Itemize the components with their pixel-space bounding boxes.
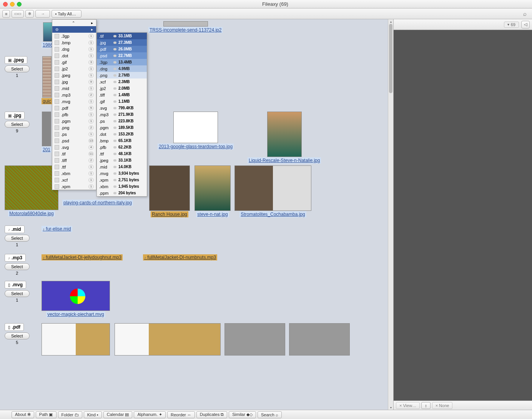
ext-menu-item[interactable]: .mid1 [52, 85, 96, 92]
file-grid-pane[interactable]: 1986 TRSS-incomplete-send-113724.jp2 ▣.j… [0, 19, 394, 410]
ext-menu-item[interactable]: .gif3 [52, 59, 96, 65]
ext-menu-item[interactable]: .psd13 [52, 137, 96, 144]
size-menu-item[interactable]: .dot153.2KB [97, 131, 147, 137]
thumbnail-image[interactable] [42, 323, 110, 356]
ext-menu-item[interactable]: .svg4 [52, 144, 96, 150]
scrollbar-thumb[interactable] [389, 24, 392, 93]
size-menu-item[interactable]: .xcf2.3MB [97, 78, 147, 85]
thumbnail-image[interactable] [195, 165, 231, 211]
none-button[interactable]: × None [432, 402, 453, 409]
settings-button[interactable]: ✻ [25, 10, 34, 18]
dropdown-selected-row[interactable]: ⊝▸ [52, 26, 96, 33]
thumbnail-image[interactable] [267, 112, 302, 157]
thumbnail-caption[interactable]: ♪ fullMetalJacket-DI-jellydoughnut.mp3 [42, 254, 123, 260]
ext-menu-item[interactable]: .pdf5 [52, 105, 96, 111]
size-menu-item[interactable]: .pgm189.5KB [97, 124, 147, 131]
thumbnail-caption[interactable]: ♪ fur-elise.mid [42, 226, 72, 232]
thumbnail-caption[interactable]: playing-cards-of-northern-italy.jpg [62, 200, 133, 206]
search-icon[interactable]: ⌕ [523, 10, 527, 17]
tally-all-button[interactable]: • Tally All… [52, 10, 81, 18]
thumbnail-caption[interactable]: Ranch House.jpg [151, 211, 188, 217]
menu-button[interactable]: ≡ [2, 10, 10, 18]
dropdown-collapse-row[interactable]: ⌃▸ [52, 20, 96, 26]
thumbnail-image[interactable] [234, 165, 311, 211]
select-button-mid[interactable]: Select [5, 235, 30, 242]
size-menu-item[interactable]: .jpg27.3MB [97, 39, 147, 46]
ext-menu-item[interactable]: .tif11 [52, 150, 96, 157]
ext-menu-item[interactable]: .xbm1 [52, 170, 96, 177]
thumbnail-image[interactable] [173, 112, 218, 143]
vertical-scrollbar[interactable]: ▴ ▾ [388, 19, 393, 410]
forward-button[interactable]: → [35, 10, 50, 18]
ext-menu-item[interactable]: .jp21 [52, 65, 96, 72]
thumbnail-image[interactable] [224, 323, 285, 356]
thumbnail-caption[interactable]: steve-n-nat.jpg [196, 211, 229, 217]
thumbnail-caption[interactable]: 201 [42, 147, 52, 153]
ext-menu-item[interactable]: .xpm1 [52, 183, 96, 190]
size-menu-item[interactable]: .ps223.8KB [97, 118, 147, 124]
thumbnail-image[interactable] [42, 112, 51, 146]
about-button[interactable]: About ✻ [12, 411, 34, 418]
thumbnail-image[interactable] [115, 323, 221, 356]
ext-menu-item[interactable]: .pgm1 [52, 118, 96, 124]
path-button[interactable]: Path ▣ [36, 411, 57, 418]
duplicates-button[interactable]: Duplicates ⧉ [196, 411, 227, 418]
size-dropdown[interactable]: .tif33.1MB.jpg27.3MB.pdf26.0MB.psd22.7MB… [96, 32, 147, 197]
size-menu-item[interactable]: .png2.7MB [97, 72, 147, 78]
sort-toggle-button[interactable]: ↕ [421, 402, 431, 409]
preview-pane[interactable] [394, 30, 532, 401]
thumbnail-caption[interactable]: Stromatolites_Cochabamba.jpg [239, 211, 306, 217]
thumbnail-caption[interactable]: quic [42, 98, 52, 104]
size-menu-item[interactable]: .ttf48.1KB [97, 150, 147, 157]
size-menu-item[interactable]: .svg799.4KB [97, 105, 147, 111]
thumbnail-image[interactable] [289, 323, 350, 356]
size-menu-item[interactable]: .pdf26.0MB [97, 46, 147, 52]
kind-button[interactable]: Kind • [84, 411, 102, 418]
calendar-button[interactable]: Calendar ▤ [103, 411, 133, 418]
ext-menu-item[interactable]: .dot1 [52, 52, 96, 59]
extension-dropdown[interactable]: ⌃▸ ⊝▸ .3gp1.bmp1.dng1.dot1.gif3.jp21.jpe… [52, 19, 96, 190]
size-menu-item[interactable]: .jp22.0MB [97, 85, 147, 92]
ext-menu-item[interactable]: .ttf1 [52, 164, 96, 170]
ext-menu-item[interactable]: .bmp1 [52, 39, 96, 46]
scroll-up-arrow[interactable]: ▴ [388, 19, 393, 24]
ext-menu-item[interactable]: .jpg9 [52, 78, 96, 85]
ext-menu-item[interactable]: .mvg1 [52, 98, 96, 105]
thumbnail-caption[interactable]: vector-magick-piechart.mvg [46, 311, 105, 317]
size-menu-item[interactable]: .dng4.9MB [97, 65, 147, 72]
size-menu-item[interactable]: .psd22.7MB [97, 52, 147, 59]
size-menu-item[interactable]: .gif1.1MB [97, 98, 147, 105]
size-menu-item[interactable]: .3gp13.4MB [97, 59, 147, 65]
similar-button[interactable]: Similar ◆◇ [229, 411, 256, 418]
size-menu-item[interactable]: .mid14.0KB [97, 164, 147, 170]
thumbnail-caption[interactable]: 2013-google-glass-teardown-top.jpg [158, 144, 234, 150]
back-button[interactable]: ◁ [521, 21, 530, 28]
ext-menu-item[interactable]: .png2 [52, 124, 96, 131]
size-menu-item[interactable]: .ppm204 bytes [97, 190, 147, 196]
size-menu-item[interactable]: .pfb62.2KB [97, 144, 147, 150]
search-button[interactable]: Search ⌕ [258, 411, 282, 418]
select-button-jpg[interactable]: Select [5, 121, 30, 128]
thumbnail-image[interactable] [163, 21, 208, 27]
ext-menu-item[interactable]: .pfb1 [52, 111, 96, 118]
scroll-down-arrow[interactable]: ▾ [388, 405, 393, 410]
close-window-button[interactable] [3, 2, 8, 7]
zoom-window-button[interactable] [17, 2, 22, 7]
reorder-button[interactable]: Reorder ↔ [167, 411, 195, 418]
select-button-jpeg[interactable]: Select [5, 65, 30, 72]
size-menu-item[interactable]: .bmp65.1KB [97, 137, 147, 144]
ext-menu-item[interactable]: .dng1 [52, 46, 96, 52]
thumbnail-caption[interactable]: ♪ fullMetalJacket-DI-numbnuts.mp3 [143, 254, 217, 260]
layout-button[interactable]: ▭▭ [12, 10, 24, 18]
size-menu-item[interactable]: .tiff1.4MB [97, 92, 147, 98]
size-menu-item[interactable]: .tif33.1MB [97, 33, 147, 39]
select-button-mvg[interactable]: Select [5, 290, 30, 297]
ext-menu-item[interactable]: .jpeg1 [52, 72, 96, 78]
ext-menu-item[interactable]: .tiff2 [52, 157, 96, 164]
thumbnail-caption[interactable]: TRSS-incomplete-send-113724.jp2 [148, 27, 223, 33]
alphanum-button[interactable]: Alphanum. ✦ [134, 411, 166, 418]
view-button[interactable]: × View… [396, 402, 420, 409]
thumbnail-caption[interactable]: Liquid-Rescale-Steve-n-Natalie.jpg [248, 157, 321, 164]
thumbnail-image[interactable] [43, 22, 52, 42]
thumbnail-image[interactable] [149, 165, 190, 211]
